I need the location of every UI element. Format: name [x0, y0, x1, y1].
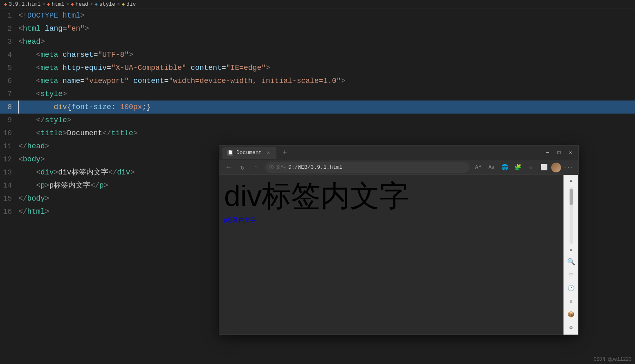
- code-line-9: 9 </style>: [0, 114, 635, 127]
- refresh-button[interactable]: ↻: [237, 162, 248, 173]
- tag-icon: ◆: [122, 1, 125, 7]
- page-div-content: div标签内文字: [224, 178, 559, 213]
- scrollbar-thumb[interactable]: [570, 189, 573, 205]
- css-icon: ◆: [95, 1, 98, 7]
- code-line-6: 6 <meta name="viewport" content="width=d…: [0, 74, 635, 87]
- more-button[interactable]: ···: [563, 162, 574, 173]
- address-url: D:/WEB/3.9.1.html: [288, 164, 343, 170]
- code-line-2: 2 <html lang="en">: [0, 22, 635, 35]
- scroll-up-button[interactable]: ▲: [567, 176, 575, 185]
- zoom-in-sidebar-button[interactable]: 🔍: [565, 256, 577, 268]
- scrollbar-track[interactable]: [570, 187, 573, 244]
- file-label: 文件: [276, 164, 286, 171]
- back-button[interactable]: ←: [223, 162, 234, 173]
- sidebar-history-button[interactable]: 🕐: [565, 282, 577, 294]
- scroll-down-button[interactable]: ▼: [567, 246, 575, 255]
- maximize-button[interactable]: □: [554, 148, 563, 157]
- breadcrumb-head[interactable]: head: [76, 1, 88, 7]
- line-content-10: <title>Document</title>: [18, 127, 635, 140]
- bc-sep-4: >: [117, 1, 120, 7]
- sidebar-collections-button[interactable]: 📦: [565, 308, 577, 320]
- code-editor[interactable]: 1 <!DOCTYPE html> 2 <html lang="en"> 3 <…: [0, 9, 635, 364]
- line-num-5: 5: [0, 61, 18, 74]
- favorites-button[interactable]: ☆: [525, 162, 536, 173]
- translate-button[interactable]: 🌐: [499, 162, 510, 173]
- line-cursor-indicator: [18, 100, 19, 114]
- watermark: CSDN @pe11223: [593, 357, 632, 362]
- browser-content-wrapper: div标签内文字 p标签内文字 ▲ ▼ 🔍 ♡ 🕐 ⇩ 📦 ⚙: [219, 175, 578, 335]
- user-avatar[interactable]: [551, 163, 561, 172]
- line-num-2: 2: [0, 22, 18, 35]
- line-content-5: <meta http-equiv="X-UA-Compatible" conte…: [18, 61, 635, 74]
- html-icon-2: ◆: [71, 1, 74, 7]
- line-content-9: </style>: [18, 114, 635, 127]
- line-num-3: 3: [0, 35, 18, 48]
- code-line-8: 8 div{font-size: 100px;}: [0, 100, 635, 114]
- page-p-content: p标签内文字: [224, 217, 559, 224]
- line-content-6: <meta name="viewport" content="width=dev…: [18, 74, 635, 87]
- line-num-9: 9: [0, 114, 18, 127]
- browser-window[interactable]: 📄 Document ✕ + — □ ✕ ← ↻ ⌂ ⓘ 文件 D:/WEB/3…: [219, 145, 579, 335]
- line-content-3: <head>: [18, 35, 635, 48]
- line-num-16: 16: [0, 205, 18, 218]
- breadcrumb-html[interactable]: html: [52, 1, 64, 7]
- close-button[interactable]: ✕: [566, 148, 575, 157]
- line-num-13: 13: [0, 166, 18, 179]
- address-bar[interactable]: ⓘ 文件 D:/WEB/3.9.1.html: [265, 162, 469, 173]
- line-content-4: <meta charset="UTF-8">: [18, 48, 635, 61]
- bc-sep-3: >: [90, 1, 93, 7]
- home-button[interactable]: ⌂: [251, 162, 262, 173]
- bc-sep-2: >: [66, 1, 70, 7]
- tab-title: Document: [236, 150, 262, 156]
- sidebar-favorites-button[interactable]: ♡: [565, 269, 577, 281]
- browser-page: div标签内文字 p标签内文字: [219, 175, 563, 335]
- window-controls: — □ ✕: [543, 148, 575, 157]
- line-num-6: 6: [0, 74, 18, 87]
- code-line-10: 10 <title>Document</title>: [0, 127, 635, 140]
- html-icon-1: ◆: [47, 1, 50, 7]
- sidebar-downloads-button[interactable]: ⇩: [565, 295, 577, 307]
- code-line-1: 1 <!DOCTYPE html>: [0, 9, 635, 22]
- tab-favicon: 📄: [227, 150, 233, 156]
- line-num-10: 10: [0, 127, 18, 140]
- sidebar-settings-button[interactable]: ⚙: [565, 322, 577, 333]
- line-num-4: 4: [0, 48, 18, 61]
- browser-titlebar: 📄 Document ✕ + — □ ✕: [219, 145, 578, 160]
- breadcrumb-style[interactable]: style: [99, 1, 115, 7]
- bc-sep-1: >: [42, 1, 45, 7]
- line-num-7: 7: [0, 87, 18, 100]
- line-num-8: 8: [0, 100, 18, 114]
- breadcrumb-div[interactable]: div: [126, 1, 136, 7]
- line-content-2: <html lang="en">: [18, 22, 635, 35]
- code-line-3: 3 <head>: [0, 35, 635, 48]
- line-num-14: 14: [0, 179, 18, 192]
- new-tab-button[interactable]: +: [280, 148, 289, 158]
- line-num-1: 1: [0, 9, 18, 22]
- reader-mode-button[interactable]: Aᴬ: [473, 162, 484, 173]
- line-num-11: 11: [0, 140, 18, 153]
- line-content-1: <!DOCTYPE html>: [18, 9, 635, 22]
- line-content-8: div{font-size: 100px;}: [18, 100, 635, 114]
- browser-toolbar: ← ↻ ⌂ ⓘ 文件 D:/WEB/3.9.1.html Aᴬ Aa 🌐 🧩 ☆…: [219, 160, 578, 175]
- breadcrumb-html-file[interactable]: 3.9.1.html: [9, 1, 40, 7]
- minimize-button[interactable]: —: [543, 148, 552, 157]
- browser-scrollbar: ▲ ▼ 🔍 ♡ 🕐 ⇩ 📦 ⚙: [563, 175, 578, 335]
- tab-close-button[interactable]: ✕: [265, 150, 272, 156]
- line-num-12: 12: [0, 153, 18, 166]
- line-content-7: <style>: [18, 87, 635, 100]
- toolbar-actions: Aᴬ Aa 🌐 🧩 ☆ ⬜ ···: [473, 162, 574, 173]
- screenshot-button[interactable]: ⬜: [538, 162, 550, 173]
- code-line-5: 5 <meta http-equiv="X-UA-Compatible" con…: [0, 61, 635, 74]
- code-line-7: 7 <style>: [0, 87, 635, 100]
- line-num-15: 15: [0, 192, 18, 205]
- extensions-button[interactable]: 🧩: [512, 162, 523, 173]
- aa-button[interactable]: Aa: [486, 162, 497, 173]
- code-line-4: 4 <meta charset="UTF-8">: [0, 48, 635, 61]
- lock-icon: ⓘ: [269, 164, 274, 170]
- browser-tab[interactable]: 📄 Document ✕: [222, 147, 276, 159]
- html-file-icon: ◆: [4, 1, 7, 7]
- breadcrumb: ◆ 3.9.1.html > ◆ html > ◆ head > ◆ style…: [0, 0, 635, 9]
